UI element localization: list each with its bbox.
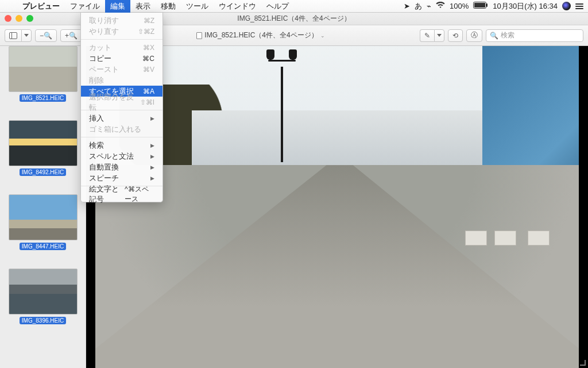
input-source-icon[interactable]: あ: [415, 1, 422, 12]
close-window-button[interactable]: [5, 15, 11, 22]
thumbnail-image: [9, 269, 78, 315]
thumbnail-sidebar: IMG_8521.HEICIMG_8492.HEICIMG_8447.HEICI…: [0, 46, 86, 368]
wifi-icon[interactable]: [436, 2, 445, 10]
menu-item-label: ゴミ箱に入れる: [89, 124, 141, 135]
zoom-out-button[interactable]: −🔍: [35, 29, 57, 42]
menu-item-shortcut: ⌘V: [143, 66, 154, 74]
thumbnail-label: IMG_8447.HEIC: [20, 243, 66, 250]
search-icon: 🔍: [490, 32, 498, 40]
thumbnail[interactable]: IMG_8521.HEIC: [8, 46, 78, 102]
menu-file[interactable]: ファイル: [65, 0, 105, 13]
status-area: ➤ あ ⌁ 100% 10月30日(水) 16:34: [404, 1, 583, 12]
menu-item-label: スペルと文法: [89, 151, 134, 162]
menu-item[interactable]: 自動置換: [81, 162, 163, 172]
app-menu[interactable]: プレビュー: [17, 0, 65, 13]
menu-item-shortcut: ⌘Z: [144, 17, 154, 25]
sidebar-options-dropdown[interactable]: [21, 29, 32, 42]
menu-item-label: 自動置換: [89, 162, 119, 172]
menu-item-label: 検索: [89, 140, 104, 151]
menu-item-label: 挿入: [89, 113, 104, 124]
menu-item: 取り消す⌘Z: [81, 15, 163, 26]
search-placeholder: 検索: [501, 30, 514, 40]
menu-item-label: 削除: [89, 75, 104, 86]
menu-item: 削除: [81, 75, 163, 86]
menu-view[interactable]: 表示: [130, 0, 156, 13]
menu-item-label: カット: [89, 43, 111, 53]
menu-item[interactable]: 絵文字と記号^⌘スペース: [81, 189, 163, 200]
menu-item-label: 絵文字と記号: [89, 184, 125, 205]
menu-item[interactable]: スピーチ: [81, 172, 163, 183]
thumbnail[interactable]: IMG_8447.HEIC: [8, 194, 78, 250]
menu-separator: [81, 39, 163, 40]
search-field[interactable]: 🔍 検索: [486, 29, 583, 42]
siri-icon[interactable]: [562, 2, 571, 10]
svg-rect-3: [10, 32, 17, 39]
markup-toolbar-button[interactable]: Ⓐ: [466, 29, 482, 42]
menu-tools[interactable]: ツール: [181, 0, 214, 13]
menu-item-shortcut: ^⌘スペース: [125, 185, 154, 204]
menu-item: やり直す⇧⌘Z: [81, 26, 163, 37]
document-icon: [196, 32, 202, 39]
menu-item-label: やり直す: [89, 26, 119, 37]
battery-percent: 100%: [450, 2, 469, 10]
thumbnail-label: IMG_8396.HEIC: [20, 317, 66, 324]
window-traffic-lights: [5, 15, 33, 22]
thumbnail-label: IMG_8492.HEIC: [20, 168, 66, 176]
menu-item-shortcut: ⌘A: [143, 87, 154, 95]
minimize-window-button[interactable]: [16, 15, 22, 22]
menu-item: 選択部分を反転⇧⌘I: [81, 97, 163, 108]
menu-item[interactable]: スペルと文法: [81, 151, 163, 162]
menu-item[interactable]: 検索: [81, 140, 163, 151]
notification-center-icon[interactable]: [575, 3, 583, 9]
menu-go[interactable]: 移動: [156, 0, 181, 13]
thumbnail-label: IMG_8521.HEIC: [20, 94, 66, 102]
menu-item: カット⌘X: [81, 42, 163, 53]
menu-help[interactable]: ヘルプ: [261, 0, 294, 13]
menu-item-label: スピーチ: [89, 173, 119, 183]
thumbnail[interactable]: IMG_8396.HEIC: [8, 269, 78, 324]
menu-item-shortcut: ⇧⌘Z: [138, 28, 154, 36]
bluetooth-icon[interactable]: ⌁: [427, 2, 431, 10]
thumbnail-image: [9, 120, 78, 166]
menu-separator: [81, 137, 163, 137]
markup-options-dropdown[interactable]: [434, 29, 444, 42]
thumbnail[interactable]: IMG_8492.HEIC: [8, 120, 78, 176]
displayed-image: [95, 46, 579, 368]
menu-item-shortcut: ⇧⌘I: [140, 98, 154, 106]
menu-item[interactable]: コピー⌘C: [81, 53, 163, 64]
menu-item-shortcut: ⌘C: [142, 55, 154, 63]
menu-item: ゴミ箱に入れる: [81, 124, 163, 135]
zoom-window-button[interactable]: [26, 15, 33, 22]
svg-rect-1: [486, 3, 488, 7]
menu-item[interactable]: 挿入: [81, 113, 163, 124]
thumbnail-image: [9, 194, 78, 240]
menu-item-shortcut: ⌘X: [143, 44, 154, 52]
svg-rect-2: [474, 3, 485, 7]
menu-window[interactable]: ウインドウ: [214, 0, 261, 13]
edit-menu-dropdown: 取り消す⌘Zやり直す⇧⌘Zカット⌘Xコピー⌘Cペースト⌘V削除すべてを選択⌘A選…: [80, 13, 163, 202]
menu-item-label: ペースト: [89, 64, 119, 75]
location-icon[interactable]: ➤: [404, 2, 410, 10]
menu-item: ペースト⌘V: [81, 64, 163, 75]
menu-edit[interactable]: 編集: [105, 0, 130, 13]
menu-item-label: 選択部分を反転: [89, 92, 140, 113]
markup-button[interactable]: ✎: [420, 29, 434, 42]
battery-icon[interactable]: [473, 2, 488, 10]
title-dropdown-caret[interactable]: ⌄: [320, 33, 325, 39]
window-title: IMG_8521.HEIC（4件、全4ページ）: [237, 14, 350, 24]
clock[interactable]: 10月30日(水) 16:34: [493, 1, 558, 12]
menu-item-label: コピー: [89, 53, 111, 64]
rotate-button[interactable]: ⟲: [448, 29, 463, 42]
thumbnail-image: [9, 46, 78, 92]
menu-bar: プレビュー ファイル 編集 表示 移動 ツール ウインドウ ヘルプ ➤ あ ⌁ …: [0, 0, 588, 13]
sidebar-toggle-button[interactable]: [5, 29, 21, 42]
menu-item-label: 取り消す: [89, 16, 119, 26]
resize-handle[interactable]: [580, 360, 586, 366]
zoom-in-button[interactable]: +🔍: [60, 29, 82, 42]
